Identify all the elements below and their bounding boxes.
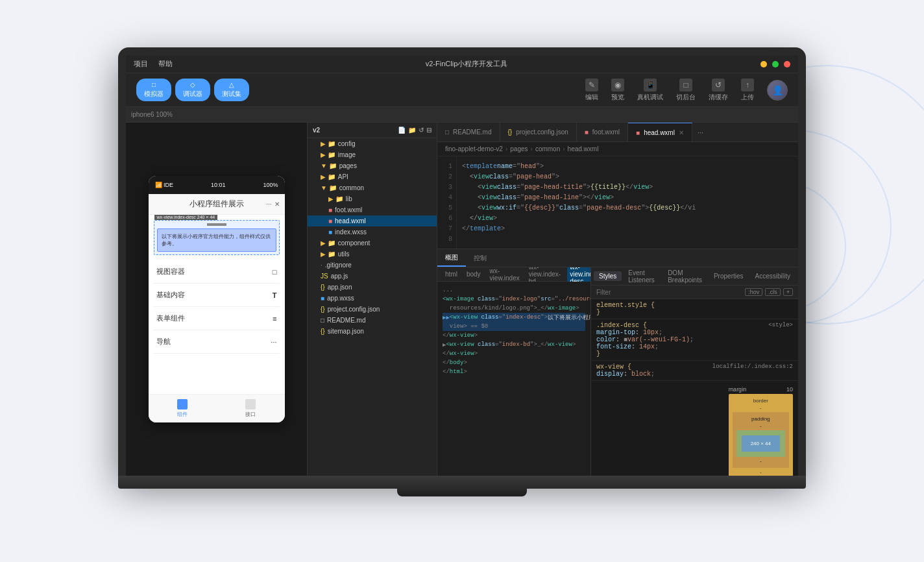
user-avatar[interactable]: 👤 xyxy=(767,80,788,101)
title-bar: 项目 帮助 v2-FinClip小程序开发工具 xyxy=(126,55,798,73)
control-tab[interactable]: 控制 xyxy=(466,249,494,267)
styles-tab-event-listeners[interactable]: Event Listeners xyxy=(623,268,661,285)
phone-tab-components[interactable]: 组件 xyxy=(149,395,217,422)
tree-item-config[interactable]: ▶ 📁 config xyxy=(308,138,437,149)
nav-item-basic[interactable]: 基础内容 T xyxy=(154,284,280,307)
background-label: 切后台 xyxy=(676,93,696,102)
folder-icon: ▶ 📁 xyxy=(321,173,335,180)
html-code-line-8: </wx-view> xyxy=(443,349,585,358)
styles-tab-properties[interactable]: Properties xyxy=(709,271,749,281)
tab-head-wxml[interactable]: ■ head.wxml ✕ xyxy=(628,123,692,141)
tree-item-image[interactable]: ▶ 📁 image xyxy=(308,149,437,160)
clear-cache-action[interactable]: ↺ 清缓存 xyxy=(709,79,728,102)
tree-item-app-wxss[interactable]: ■ app.wxss xyxy=(308,293,437,304)
tree-item-sitemap-label: sitemap.json xyxy=(328,328,364,335)
tree-item-lib[interactable]: ▶ 📁 lib xyxy=(308,193,437,204)
new-file-icon[interactable]: 📄 xyxy=(398,127,406,134)
nav-item-views[interactable]: 视图容器 □ xyxy=(154,260,280,284)
overview-tab-label: 概图 xyxy=(445,253,458,262)
testset-button[interactable]: △ 测试集 xyxy=(214,79,249,101)
close-button[interactable] xyxy=(784,61,790,67)
tree-item-index-wxss-label: index.wxss xyxy=(335,228,367,236)
breadcrumb-item-2: common xyxy=(535,145,560,153)
tree-item-app-json[interactable]: {} app.json xyxy=(308,282,437,293)
tree-item-project-config[interactable]: {} project.config.json xyxy=(308,304,437,315)
add-tag[interactable]: + xyxy=(783,288,793,296)
preview-icon: ◉ xyxy=(611,79,624,92)
edit-icon: ✎ xyxy=(585,79,598,92)
screen-bezel: 项目 帮助 v2-FinClip小程序开发工具 □ xyxy=(118,47,806,476)
tree-item-head-wxml[interactable]: ■ head.wxml xyxy=(308,215,437,226)
phone-title-bar: 小程序组件展示 ··· ✕ xyxy=(149,194,285,215)
styles-filter-input[interactable] xyxy=(596,289,742,296)
code-line-3: <view class="page-head-title">{{title}}<… xyxy=(462,182,793,193)
background-action[interactable]: □ 切后台 xyxy=(676,79,696,102)
styles-filter-bar: :hov .cls + xyxy=(591,286,798,299)
head-wxml-tab-close[interactable]: ✕ xyxy=(679,129,684,136)
menu-item-help[interactable]: 帮助 xyxy=(158,59,173,69)
tree-item-utils-label: utils xyxy=(338,250,350,258)
styles-tab-accessibility[interactable]: Accessibility xyxy=(750,271,796,281)
tree-item-common[interactable]: ▼ 📁 common xyxy=(308,182,437,193)
phone-title-icons: ··· ✕ xyxy=(266,201,279,208)
readme-tab-icon: □ xyxy=(445,128,449,136)
json-icon: {} xyxy=(321,328,325,335)
html-code-line-4: ▶▶ <wx-view class="index-desc">以下将展示小程序官… xyxy=(443,313,585,322)
overview-tab[interactable]: 概图 xyxy=(437,249,466,267)
device-debug-action[interactable]: 📱 真机调试 xyxy=(637,79,663,102)
tab-project-config[interactable]: {} project.config.json xyxy=(500,123,577,141)
minimize-button[interactable] xyxy=(760,61,767,67)
edit-action[interactable]: ✎ 编辑 xyxy=(585,79,598,102)
toolbar: □ 模拟器 ◇ 调试器 △ 测试集 xyxy=(126,73,798,107)
tree-item-gitignore[interactable]: · .gitignore xyxy=(308,260,437,271)
tree-item-app-wxss-label: app.wxss xyxy=(327,295,354,302)
tree-item-index-wxss[interactable]: ■ index.wxss xyxy=(308,226,437,238)
close-icon[interactable]: ✕ xyxy=(274,201,280,208)
tree-item-readme[interactable]: □ README.md xyxy=(308,315,437,326)
tab-readme[interactable]: □ README.md xyxy=(437,123,500,141)
simulator-button[interactable]: □ 模拟器 xyxy=(136,79,171,101)
styles-tab-styles[interactable]: Styles xyxy=(594,271,622,281)
tree-item-app-js[interactable]: JS app.js xyxy=(308,271,437,282)
tab-bar: □ README.md {} project.config.json ■ foo… xyxy=(437,123,798,142)
tree-item-pages[interactable]: ▼ 📁 pages xyxy=(308,160,437,171)
upload-action[interactable]: ↑ 上传 xyxy=(741,79,754,102)
crumb-wx-view-index[interactable]: wx-view.index xyxy=(487,267,522,282)
crumb-html[interactable]: html xyxy=(443,271,460,278)
new-folder-icon[interactable]: 📁 xyxy=(408,127,416,134)
phone-tab-api[interactable]: 接口 xyxy=(217,395,285,422)
nav-item-nav[interactable]: 导航 ··· xyxy=(154,330,280,354)
tab-more-button[interactable]: ··· xyxy=(692,128,709,136)
more-icon[interactable]: ··· xyxy=(266,201,271,208)
cls-tag[interactable]: .cls xyxy=(765,288,781,296)
tree-item-head-label: head.wxml xyxy=(335,217,366,225)
crumb-body[interactable]: body xyxy=(464,271,483,278)
tree-item-component[interactable]: ▶ 📁 component xyxy=(308,238,437,249)
folder-icon: ▶ 📁 xyxy=(321,151,335,158)
collapse-icon[interactable]: ⊟ xyxy=(426,127,432,134)
debugger-button[interactable]: ◇ 调试器 xyxy=(175,79,210,101)
hov-tag[interactable]: :hov xyxy=(745,288,762,296)
tree-item-foot-wxml[interactable]: ■ foot.wxml xyxy=(308,204,437,215)
tab-foot-wxml[interactable]: ■ foot.wxml xyxy=(577,123,628,141)
preview-label: 预览 xyxy=(611,93,624,102)
device-debug-label: 真机调试 xyxy=(637,93,663,102)
tree-item-api[interactable]: ▶ 📁 API xyxy=(308,171,437,182)
screen: 项目 帮助 v2-FinClip小程序开发工具 □ xyxy=(126,55,798,476)
tree-item-utils[interactable]: ▶ 📁 utils xyxy=(308,249,437,260)
tree-item-sitemap[interactable]: {} sitemap.json xyxy=(308,326,437,337)
maximize-button[interactable] xyxy=(772,61,779,67)
tree-item-pages-label: pages xyxy=(339,162,357,169)
preview-action[interactable]: ◉ 预览 xyxy=(611,79,624,102)
nav-item-forms[interactable]: 表单组件 ≡ xyxy=(154,307,280,330)
styles-panel: Styles Event Listeners DOM Breakpoints P… xyxy=(590,267,798,476)
api-tab-label: 接口 xyxy=(245,411,256,418)
toolbar-mode-buttons: □ 模拟器 ◇ 调试器 △ 测试集 xyxy=(136,79,249,101)
code-line-8 xyxy=(462,234,793,245)
styles-tab-dom-breakpoints[interactable]: DOM Breakpoints xyxy=(663,268,707,285)
preview-panel: 📶 IDE 10:01 100% 小程序组件展示 ··· ✕ xyxy=(126,123,308,476)
html-code-line-6: </wx-view> xyxy=(443,331,585,340)
component-label: wx-view.index-desc 240 × 44 xyxy=(154,215,218,220)
menu-item-project[interactable]: 项目 xyxy=(134,59,148,69)
refresh-icon[interactable]: ↺ xyxy=(419,127,424,134)
